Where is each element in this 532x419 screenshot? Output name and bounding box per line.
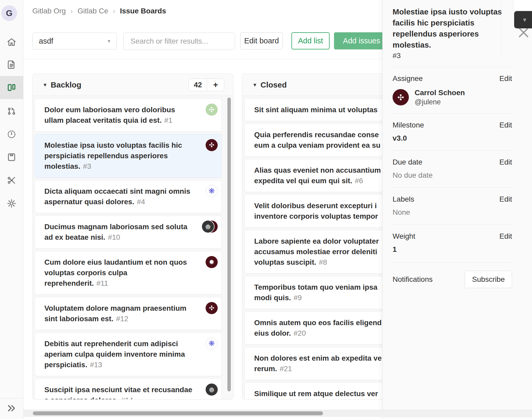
search-input[interactable] (124, 37, 235, 45)
issue-detail-sidebar: Molestiae ipsa iusto voluptas facilis hi… (382, 0, 532, 419)
issue-reference: #3 (393, 52, 512, 60)
breadcrumb-separator: › (113, 7, 115, 15)
sidebar-item-project-files[interactable] (0, 53, 23, 76)
add-issues-button[interactable]: Add issues (334, 32, 389, 49)
assignee-value[interactable]: ✣ Carrol Schoen @julene (393, 88, 512, 106)
snippets-icon (7, 175, 17, 185)
boards-icon (7, 83, 17, 93)
assignee-name: Carrol Schoen (415, 88, 465, 98)
wiki-icon (7, 152, 17, 162)
issue-card-title: Suscipit ipsa nesciunt vitae et recusand… (44, 386, 192, 400)
issue-card[interactable]: Ducimus magnam laboriosam sed soluta ad … (35, 216, 222, 249)
assignee-username: @julene (415, 98, 465, 106)
double-chevron-right-icon (6, 403, 17, 415)
caret-down-icon: ▾ (523, 16, 526, 24)
weight-value[interactable]: 1 (393, 245, 512, 254)
left-sidebar: G (0, 0, 23, 419)
collapse-column-icon[interactable]: ▾ (253, 81, 256, 88)
issue-card[interactable]: Suscipit ipsa nesciunt vitae et recusand… (35, 379, 222, 400)
issue-card-number: #6 (355, 177, 363, 185)
backlog-card-list: Dolor eum laboriosam vero doloribus ulla… (33, 96, 233, 400)
sidebar-item-cycle-analytics[interactable] (0, 123, 23, 146)
collapse-sidebar-button[interactable] (0, 398, 23, 419)
milestone-edit-link[interactable]: Edit (499, 121, 512, 129)
board-select-value: asdf (39, 37, 53, 45)
sidebar-item-snippets[interactable] (0, 169, 23, 192)
assignee-label: Assignee (393, 74, 423, 83)
labels-edit-link[interactable]: Edit (499, 195, 512, 203)
weight-edit-link[interactable]: Edit (499, 232, 512, 241)
sidebar-item-wiki[interactable] (0, 146, 23, 169)
add-issue-to-list-button[interactable]: + (207, 79, 224, 91)
notifications-row: Notifications Subscribe (393, 271, 512, 288)
issue-card[interactable]: Cum dolore eius laudantium et non quos v… (35, 251, 222, 295)
column-title: Backlog (51, 80, 81, 89)
collapse-column-icon[interactable]: ▾ (44, 81, 46, 88)
assignee-avatar: ✣ (206, 139, 218, 151)
issue-card-number: #14 (121, 396, 133, 400)
close-icon (517, 27, 530, 40)
issue-card-number: #13 (90, 361, 102, 369)
column-header: ▾ Backlog 42 + (33, 74, 233, 96)
issue-card-number: #20 (294, 329, 306, 337)
board-horizontal-scrollbar[interactable] (23, 410, 532, 417)
assignee-section-header: Assignee Edit (393, 74, 512, 83)
board-select-dropdown[interactable]: asdf ▾ (32, 33, 117, 49)
labels-value: None (393, 208, 512, 217)
issue-card[interactable]: Dolor eum laboriosam vero doloribus ulla… (35, 99, 222, 132)
assignee-avatar: ✣ (206, 302, 218, 314)
breadcrumb: Gitlab Org › Gitlab Ce › Issue Boards (32, 7, 166, 15)
assignee-avatar: ✣ (206, 104, 218, 116)
issue-card-title: Molestiae ipsa iusto voluptas facilis hi… (44, 141, 182, 170)
labels-section-header: Labels Edit (393, 195, 512, 203)
due-date-value: No due date (393, 171, 512, 180)
home-icon (7, 37, 17, 47)
assignee-avatar: ☻ (206, 384, 218, 396)
milestone-value[interactable]: v3.0 (393, 134, 512, 142)
issue-card[interactable]: Voluptatem dolore magnam praesentium sin… (35, 297, 222, 330)
labels-label: Labels (393, 195, 414, 203)
add-list-button[interactable]: Add list (291, 32, 330, 49)
issue-card[interactable]: Molestiae ipsa iusto voluptas facilis hi… (35, 134, 222, 178)
milestone-label: Milestone (393, 121, 424, 129)
project-avatar[interactable]: G (1, 5, 17, 21)
divider (393, 263, 512, 263)
sidebar-item-merge-requests[interactable] (0, 100, 23, 123)
edit-board-button[interactable]: Edit board (240, 32, 283, 49)
column-title: Closed (260, 80, 287, 89)
scrollbar-thumb[interactable] (33, 411, 323, 415)
sidebar-item-issue-boards[interactable] (0, 76, 23, 99)
issue-title: Molestiae ipsa iusto voluptas facilis hi… (393, 6, 512, 50)
weight-section-header: Weight Edit (393, 232, 512, 241)
sidebar-item-home[interactable] (0, 30, 23, 54)
issue-card[interactable]: Debitis aut reprehenderit cum adipisci a… (35, 333, 222, 376)
issue-card-title: Cum dolore eius laudantium et non quos v… (44, 258, 187, 287)
divider (393, 187, 512, 188)
due-date-label: Due date (393, 158, 423, 166)
timer-icon (7, 129, 17, 139)
divider (393, 113, 512, 114)
merge-request-icon (7, 106, 17, 116)
column-scrollbar[interactable] (227, 98, 231, 391)
subscribe-button[interactable]: Subscribe (465, 271, 512, 288)
weight-label: Weight (393, 232, 415, 241)
assignee-edit-link[interactable]: Edit (499, 74, 512, 83)
sidebar-item-settings[interactable] (0, 192, 23, 215)
breadcrumb-group[interactable]: Gitlab Org (32, 7, 66, 15)
issue-card-title: Dicta aliquam occaecati sint magni omnis… (44, 187, 190, 206)
issue-card-title: Dolor eum laboriosam vero doloribus ulla… (44, 106, 175, 124)
issue-card-title: Debitis aut reprehenderit cum adipisci a… (44, 340, 185, 369)
due-date-section-header: Due date Edit (393, 158, 512, 166)
issue-card-number: #11 (96, 279, 108, 287)
divider (393, 67, 512, 67)
notifications-label: Notifications (393, 275, 433, 284)
dropdown-panel-edge (501, 0, 501, 57)
issue-actions-dropdown-button[interactable]: ▾ (514, 11, 532, 28)
assignee-avatar: ☻ (202, 221, 214, 233)
issue-card[interactable]: Dicta aliquam occaecati sint magni omnis… (35, 180, 222, 213)
due-date-edit-link[interactable]: Edit (499, 158, 512, 166)
breadcrumb-project[interactable]: Gitlab Ce (77, 7, 108, 15)
search-filter-box (123, 33, 235, 50)
issue-boards-page: G (0, 0, 532, 419)
board-column-backlog: ▾ Backlog 42 + Dolor eum laboriosam vero… (32, 74, 233, 400)
